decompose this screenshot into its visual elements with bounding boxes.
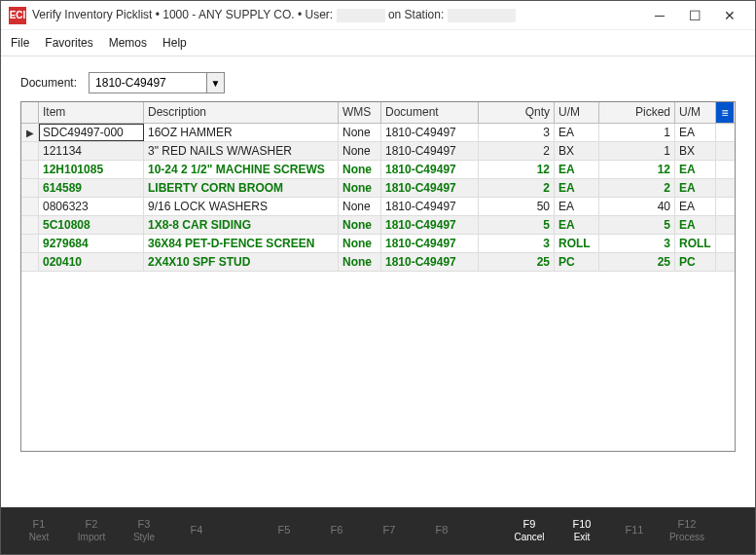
cell-picked[interactable]: 25	[599, 253, 675, 271]
cell-item[interactable]: 5C10808	[39, 216, 144, 234]
cell-um2[interactable]: EA	[675, 179, 716, 197]
cell-item[interactable]: 020410	[39, 253, 144, 271]
fkey-f11[interactable]: F11	[608, 524, 661, 536]
cell-document[interactable]: 1810-C49497	[381, 216, 479, 234]
cell-um2[interactable]: ROLL	[675, 235, 716, 252]
cell-um2[interactable]: EA	[675, 198, 716, 215]
cell-document[interactable]: 1810-C49497	[381, 179, 479, 197]
fkey-f1[interactable]: F1Next	[13, 518, 65, 542]
cell-um1[interactable]: EA	[555, 179, 599, 197]
cell-document[interactable]: 1810-C49497	[381, 253, 479, 271]
cell-um1[interactable]: EA	[555, 161, 599, 178]
cell-wms[interactable]: None	[339, 124, 381, 141]
cell-um1[interactable]: EA	[555, 198, 599, 215]
table-row[interactable]: 12H10108510-24 2 1/2" MACHINE SCREWSNone…	[21, 161, 735, 179]
cell-um1[interactable]: PC	[555, 253, 599, 271]
cell-um2[interactable]: BX	[675, 142, 716, 160]
cell-description[interactable]: 1X8-8 CAR SIDING	[144, 216, 339, 234]
menu-memos[interactable]: Memos	[109, 36, 147, 50]
header-um1[interactable]: U/M	[555, 102, 599, 123]
cell-um1[interactable]: BX	[555, 142, 599, 160]
menu-file[interactable]: File	[11, 36, 29, 50]
cell-description[interactable]: 3" RED NAILS W/WASHER	[144, 142, 339, 160]
cell-qnty[interactable]: 2	[479, 179, 555, 197]
cell-picked[interactable]: 40	[599, 198, 675, 215]
chevron-down-icon[interactable]: ▼	[206, 73, 224, 92]
cell-um2[interactable]: EA	[675, 216, 716, 234]
fkey-f8[interactable]: F8	[415, 524, 468, 536]
fkey-f2[interactable]: F2Import	[65, 518, 118, 542]
cell-qnty[interactable]: 3	[479, 124, 555, 141]
cell-item[interactable]: 614589	[39, 179, 144, 197]
fkey-f4[interactable]: F4	[170, 524, 223, 536]
cell-um1[interactable]: EA	[555, 124, 599, 141]
cell-description[interactable]: 2X4X10 SPF STUD	[144, 253, 339, 271]
cell-picked[interactable]: 2	[599, 179, 675, 197]
menu-help[interactable]: Help	[162, 36, 187, 50]
column-menu-icon[interactable]: ≡	[716, 102, 734, 123]
cell-document[interactable]: 1810-C49497	[381, 198, 479, 215]
cell-item[interactable]: 0806323	[39, 198, 144, 215]
header-picked[interactable]: Picked	[599, 102, 675, 123]
cell-qnty[interactable]: 3	[479, 235, 555, 252]
cell-wms[interactable]: None	[339, 142, 381, 160]
table-row[interactable]: 08063239/16 LOCK WASHERSNone1810-C494975…	[21, 198, 735, 216]
cell-um2[interactable]: EA	[675, 161, 716, 178]
cell-description[interactable]: 36X84 PET-D-FENCE SCREEN	[144, 235, 339, 252]
cell-description[interactable]: 10-24 2 1/2" MACHINE SCREWS	[144, 161, 339, 178]
fkey-f5[interactable]: F5	[258, 524, 310, 536]
cell-picked[interactable]: 5	[599, 216, 675, 234]
header-qnty[interactable]: Qnty	[479, 102, 555, 123]
cell-document[interactable]: 1810-C49497	[381, 142, 479, 160]
cell-qnty[interactable]: 2	[479, 142, 555, 160]
cell-um2[interactable]: PC	[675, 253, 716, 271]
cell-document[interactable]: 1810-C49497	[381, 124, 479, 141]
fkey-f9[interactable]: F9Cancel	[503, 518, 556, 542]
table-row[interactable]: 927968436X84 PET-D-FENCE SCREENNone1810-…	[21, 235, 735, 253]
cell-description[interactable]: LIBERTY CORN BROOM	[144, 179, 339, 197]
menu-favorites[interactable]: Favorites	[45, 36, 92, 50]
cell-um2[interactable]: EA	[675, 124, 716, 141]
cell-item[interactable]: 12H101085	[39, 161, 144, 178]
table-row[interactable]: 0204102X4X10 SPF STUDNone1810-C4949725PC…	[21, 253, 735, 272]
header-item[interactable]: Item	[39, 102, 144, 123]
cell-wms[interactable]: None	[339, 216, 381, 234]
cell-item[interactable]: SDC49497-000	[39, 124, 144, 141]
cell-wms[interactable]: None	[339, 198, 381, 215]
fkey-f7[interactable]: F7	[363, 524, 415, 536]
fkey-f12[interactable]: F12Process	[661, 518, 713, 542]
document-input[interactable]	[90, 73, 206, 92]
cell-qnty[interactable]: 50	[479, 198, 555, 215]
cell-um1[interactable]: ROLL	[555, 235, 599, 252]
minimize-button[interactable]: ─	[642, 2, 677, 29]
header-wms[interactable]: WMS	[339, 102, 381, 123]
close-button[interactable]: ✕	[712, 2, 747, 29]
header-um2[interactable]: U/M	[675, 102, 716, 123]
cell-qnty[interactable]: 25	[479, 253, 555, 271]
cell-picked[interactable]: 12	[599, 161, 675, 178]
table-row[interactable]: 1211343" RED NAILS W/WASHERNone1810-C494…	[21, 142, 735, 161]
cell-wms[interactable]: None	[339, 161, 381, 178]
table-row[interactable]: 614589LIBERTY CORN BROOMNone1810-C494972…	[21, 179, 735, 198]
fkey-f3[interactable]: F3Style	[118, 518, 170, 542]
document-combo[interactable]: ▼	[89, 72, 225, 93]
cell-qnty[interactable]: 5	[479, 216, 555, 234]
maximize-button[interactable]: ☐	[677, 2, 712, 29]
cell-item[interactable]: 9279684	[39, 235, 144, 252]
header-description[interactable]: Description	[144, 102, 339, 123]
fkey-f6[interactable]: F6	[310, 524, 363, 536]
fkey-f10[interactable]: F10Exit	[556, 518, 608, 542]
table-row[interactable]: ▶SDC49497-00016OZ HAMMERNone1810-C494973…	[21, 124, 735, 142]
cell-picked[interactable]: 1	[599, 142, 675, 160]
cell-description[interactable]: 16OZ HAMMER	[144, 124, 339, 141]
cell-document[interactable]: 1810-C49497	[381, 161, 479, 178]
cell-item[interactable]: 121134	[39, 142, 144, 160]
cell-qnty[interactable]: 12	[479, 161, 555, 178]
cell-picked[interactable]: 1	[599, 124, 675, 141]
cell-picked[interactable]: 3	[599, 235, 675, 252]
header-document[interactable]: Document	[381, 102, 479, 123]
cell-um1[interactable]: EA	[555, 216, 599, 234]
cell-wms[interactable]: None	[339, 253, 381, 271]
cell-document[interactable]: 1810-C49497	[381, 235, 479, 252]
table-row[interactable]: 5C108081X8-8 CAR SIDINGNone1810-C494975E…	[21, 216, 735, 235]
